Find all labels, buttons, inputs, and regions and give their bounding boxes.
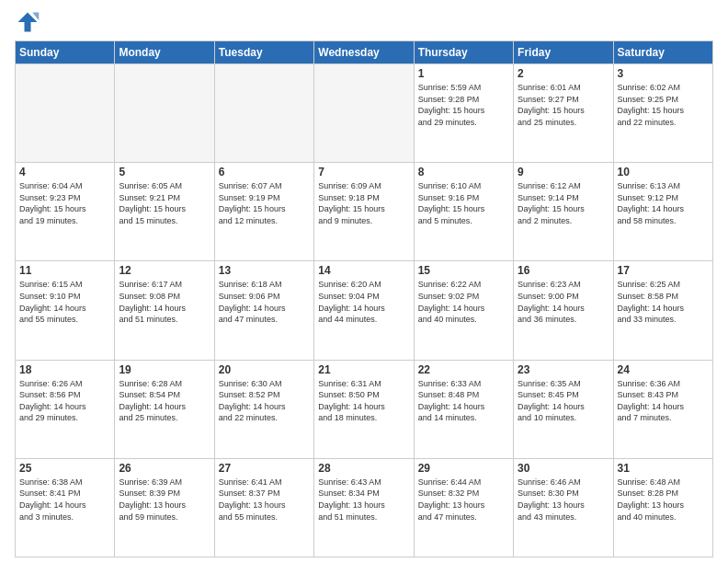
col-monday: Monday — [115, 41, 214, 64]
day-info: Sunrise: 6:07 AM Sunset: 9:19 PM Dayligh… — [219, 180, 310, 226]
day-info: Sunrise: 6:13 AM Sunset: 9:12 PM Dayligh… — [618, 180, 709, 226]
day-info: Sunrise: 6:38 AM Sunset: 8:41 PM Dayligh… — [19, 477, 110, 523]
day-info: Sunrise: 6:15 AM Sunset: 9:10 PM Dayligh… — [19, 279, 110, 325]
day-info: Sunrise: 6:09 AM Sunset: 9:18 PM Dayligh… — [318, 180, 409, 226]
table-cell: 27Sunrise: 6:41 AM Sunset: 8:37 PM Dayli… — [214, 458, 313, 557]
table-cell: 8Sunrise: 6:10 AM Sunset: 9:16 PM Daylig… — [414, 163, 513, 261]
table-cell: 3Sunrise: 6:02 AM Sunset: 9:25 PM Daylig… — [613, 64, 712, 163]
day-info: Sunrise: 6:23 AM Sunset: 9:00 PM Dayligh… — [518, 279, 609, 325]
day-number: 14 — [318, 264, 409, 277]
table-cell: 2Sunrise: 6:01 AM Sunset: 9:27 PM Daylig… — [514, 64, 613, 163]
table-cell — [214, 64, 313, 163]
day-number: 22 — [418, 363, 509, 376]
col-friday: Friday — [514, 41, 613, 64]
day-number: 26 — [119, 462, 210, 475]
day-info: Sunrise: 5:59 AM Sunset: 9:28 PM Dayligh… — [418, 82, 509, 128]
day-number: 29 — [418, 462, 509, 475]
svg-marker-0 — [18, 13, 38, 32]
table-cell: 5Sunrise: 6:05 AM Sunset: 9:21 PM Daylig… — [115, 163, 214, 261]
day-number: 23 — [518, 363, 609, 376]
day-number: 16 — [518, 264, 609, 277]
day-info: Sunrise: 6:39 AM Sunset: 8:39 PM Dayligh… — [119, 477, 210, 523]
day-number: 18 — [19, 363, 110, 376]
col-tuesday: Tuesday — [214, 41, 313, 64]
day-info: Sunrise: 6:05 AM Sunset: 9:21 PM Dayligh… — [119, 180, 210, 226]
day-info: Sunrise: 6:33 AM Sunset: 8:48 PM Dayligh… — [418, 378, 509, 424]
table-cell: 14Sunrise: 6:20 AM Sunset: 9:04 PM Dayli… — [314, 261, 414, 360]
day-info: Sunrise: 6:36 AM Sunset: 8:43 PM Dayligh… — [618, 378, 709, 424]
day-number: 19 — [119, 363, 210, 376]
day-number: 27 — [219, 462, 310, 475]
day-number: 15 — [418, 264, 509, 277]
day-number: 10 — [618, 166, 709, 178]
day-info: Sunrise: 6:43 AM Sunset: 8:34 PM Dayligh… — [318, 477, 409, 523]
table-cell: 7Sunrise: 6:09 AM Sunset: 9:18 PM Daylig… — [314, 163, 414, 261]
day-info: Sunrise: 6:46 AM Sunset: 8:30 PM Dayligh… — [518, 477, 609, 523]
table-cell: 25Sunrise: 6:38 AM Sunset: 8:41 PM Dayli… — [16, 458, 115, 557]
table-cell: 12Sunrise: 6:17 AM Sunset: 9:08 PM Dayli… — [115, 261, 214, 360]
table-cell: 11Sunrise: 6:15 AM Sunset: 9:10 PM Dayli… — [16, 261, 115, 360]
table-cell: 19Sunrise: 6:28 AM Sunset: 8:54 PM Dayli… — [115, 360, 214, 458]
table-cell: 16Sunrise: 6:23 AM Sunset: 9:00 PM Dayli… — [514, 261, 613, 360]
day-number: 6 — [219, 166, 310, 178]
day-number: 4 — [19, 166, 110, 178]
day-number: 24 — [618, 363, 709, 376]
table-cell: 9Sunrise: 6:12 AM Sunset: 9:14 PM Daylig… — [514, 163, 613, 261]
day-info: Sunrise: 6:25 AM Sunset: 8:58 PM Dayligh… — [618, 279, 709, 325]
calendar-header-row: Sunday Monday Tuesday Wednesday Thursday… — [16, 41, 713, 64]
day-number: 12 — [119, 264, 210, 277]
logo-icon — [15, 9, 40, 35]
day-number: 13 — [219, 264, 310, 277]
table-cell: 15Sunrise: 6:22 AM Sunset: 9:02 PM Dayli… — [414, 261, 513, 360]
table-cell: 20Sunrise: 6:30 AM Sunset: 8:52 PM Dayli… — [214, 360, 313, 458]
table-cell: 29Sunrise: 6:44 AM Sunset: 8:32 PM Dayli… — [414, 458, 513, 557]
table-cell: 30Sunrise: 6:46 AM Sunset: 8:30 PM Dayli… — [514, 458, 613, 557]
day-info: Sunrise: 6:18 AM Sunset: 9:06 PM Dayligh… — [219, 279, 310, 325]
day-number: 3 — [618, 67, 709, 80]
day-number: 30 — [518, 462, 609, 475]
day-info: Sunrise: 6:26 AM Sunset: 8:56 PM Dayligh… — [19, 378, 110, 424]
day-info: Sunrise: 6:01 AM Sunset: 9:27 PM Dayligh… — [518, 82, 609, 128]
table-cell: 4Sunrise: 6:04 AM Sunset: 9:23 PM Daylig… — [16, 163, 115, 261]
col-thursday: Thursday — [414, 41, 513, 64]
logo — [15, 9, 44, 35]
day-number: 28 — [318, 462, 409, 475]
table-cell — [16, 64, 115, 163]
day-number: 9 — [518, 166, 609, 178]
day-number: 1 — [418, 67, 509, 80]
day-number: 31 — [618, 462, 709, 475]
table-cell: 22Sunrise: 6:33 AM Sunset: 8:48 PM Dayli… — [414, 360, 513, 458]
table-cell: 13Sunrise: 6:18 AM Sunset: 9:06 PM Dayli… — [214, 261, 313, 360]
day-info: Sunrise: 6:02 AM Sunset: 9:25 PM Dayligh… — [618, 82, 709, 128]
table-cell: 24Sunrise: 6:36 AM Sunset: 8:43 PM Dayli… — [613, 360, 712, 458]
day-info: Sunrise: 6:31 AM Sunset: 8:50 PM Dayligh… — [318, 378, 409, 424]
day-info: Sunrise: 6:10 AM Sunset: 9:16 PM Dayligh… — [418, 180, 509, 226]
day-info: Sunrise: 6:04 AM Sunset: 9:23 PM Dayligh… — [19, 180, 110, 226]
day-number: 25 — [19, 462, 110, 475]
day-info: Sunrise: 6:48 AM Sunset: 8:28 PM Dayligh… — [618, 477, 709, 523]
table-cell — [314, 64, 414, 163]
table-cell: 18Sunrise: 6:26 AM Sunset: 8:56 PM Dayli… — [16, 360, 115, 458]
col-wednesday: Wednesday — [314, 41, 414, 64]
table-cell: 21Sunrise: 6:31 AM Sunset: 8:50 PM Dayli… — [314, 360, 414, 458]
table-cell: 17Sunrise: 6:25 AM Sunset: 8:58 PM Dayli… — [613, 261, 712, 360]
table-cell: 23Sunrise: 6:35 AM Sunset: 8:45 PM Dayli… — [514, 360, 613, 458]
day-number: 2 — [518, 67, 609, 80]
day-info: Sunrise: 6:41 AM Sunset: 8:37 PM Dayligh… — [219, 477, 310, 523]
table-cell: 26Sunrise: 6:39 AM Sunset: 8:39 PM Dayli… — [115, 458, 214, 557]
day-info: Sunrise: 6:20 AM Sunset: 9:04 PM Dayligh… — [318, 279, 409, 325]
day-number: 8 — [418, 166, 509, 178]
day-info: Sunrise: 6:28 AM Sunset: 8:54 PM Dayligh… — [119, 378, 210, 424]
day-number: 20 — [219, 363, 310, 376]
col-sunday: Sunday — [16, 41, 115, 64]
day-number: 21 — [318, 363, 409, 376]
table-cell — [115, 64, 214, 163]
day-number: 17 — [618, 264, 709, 277]
day-info: Sunrise: 6:12 AM Sunset: 9:14 PM Dayligh… — [518, 180, 609, 226]
day-info: Sunrise: 6:35 AM Sunset: 8:45 PM Dayligh… — [518, 378, 609, 424]
col-saturday: Saturday — [613, 41, 712, 64]
day-info: Sunrise: 6:30 AM Sunset: 8:52 PM Dayligh… — [219, 378, 310, 424]
day-number: 11 — [19, 264, 110, 277]
table-cell: 1Sunrise: 5:59 AM Sunset: 9:28 PM Daylig… — [414, 64, 513, 163]
calendar-table: Sunday Monday Tuesday Wednesday Thursday… — [15, 40, 713, 557]
